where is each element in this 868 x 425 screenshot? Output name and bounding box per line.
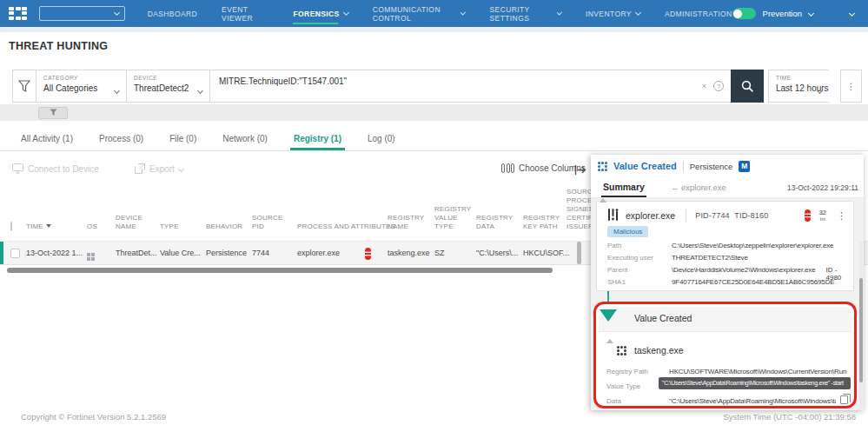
architecture-label: 32bit [819,209,826,222]
collapse-panel-icon[interactable] [574,165,586,175]
saved-filter-button[interactable] [38,107,68,119]
col-type[interactable]: TYPE [160,222,195,231]
data-tooltip: "C:\Users\Steve\AppData\Roaming\Microsof… [659,377,851,389]
filter-more-button[interactable]: ⋮ [840,70,862,103]
col-behavior[interactable]: BEHAVIOR [206,222,249,231]
panel-title: Value Created [613,161,677,171]
cell-time: 13-Oct-2022 1... [26,249,83,257]
tab-log[interactable]: Log (0) [368,134,395,150]
device-label: DEVICE [134,75,202,81]
cell-behavior: Persistence [206,249,247,257]
col-device-name[interactable]: DEVICE NAME [116,214,156,231]
export-icon [135,163,145,174]
classification-label: Persistence [690,162,733,171]
col-os[interactable]: OS [87,222,97,231]
nav-administration[interactable]: ADMINISTRATION [665,0,732,27]
nav-event-viewer[interactable]: EVENT VIEWER [222,0,268,27]
nav-dashboard[interactable]: DASHBOARD [148,0,197,27]
time-range-select[interactable]: TIME Last 12 hours [768,70,829,103]
registry-icon [617,346,626,355]
col-registry-name[interactable]: REGISTRY NAME [388,214,427,231]
tab-registry[interactable]: Registry (1) [294,134,341,150]
nav-security-settings[interactable]: SECURITY SETTINGS [490,0,561,27]
device-select[interactable]: DEVICE ThreatDetect2 [126,70,209,103]
panel-scrollbar[interactable] [859,278,863,382]
detail-row-registry-path: Registry PathHKCU\SOFTWARE\Microsoft\Win… [606,368,849,375]
divider [683,161,684,172]
user-menu-chevron-icon[interactable] [849,10,855,17]
search-icon [741,80,754,93]
registry-entry-row: taskeng.exe [617,345,684,355]
detail-row-user: Executing userTHREATDETECT2\Steve [607,254,848,262]
columns-icon [501,163,514,173]
malicious-pill-icon [365,248,371,260]
process-row: explorer.exe PID-7744 TID-8160 32bit ⋮ [607,209,846,222]
pid-tid: PID-7744 TID-8160 [695,211,768,220]
query-input[interactable]: MITRE.TechniqueID:"T1547.001" [210,70,702,102]
col-process-attributes[interactable]: PROCESS AND ATTRIBUTES [297,222,401,231]
registry-event-icon [598,162,607,171]
horizontal-scrollbar[interactable] [7,268,553,273]
nav-administration-label: ADMINISTRATION [665,10,732,18]
collapse-card-icon[interactable] [600,198,606,203]
process-icon [607,209,619,222]
col-source-pid[interactable]: SOURCE PID [252,214,287,231]
registry-entry-name: taskeng.exe [634,345,684,355]
collapse-card-icon[interactable] [606,339,613,343]
cell-value-type: SZ [434,249,445,257]
filter-funnel-button[interactable] [12,70,36,103]
category-value: All Categories [43,83,119,93]
panel-tab-process-label: explorer.exe [681,183,726,192]
help-icon[interactable]: ? [713,81,724,91]
cell-device: ThreatDet... [116,249,157,257]
copy-icon[interactable] [840,395,848,404]
choose-columns-button[interactable]: Choose Columns [501,163,586,173]
table-vertical-scrollbar[interactable] [577,242,581,264]
funnel-icon [50,109,57,116]
threat-hunting-screen: DASHBOARD EVENT VIEWER FORENSICS COMMUNI… [0,0,868,425]
nav-inventory[interactable]: INVENTORY [586,0,640,27]
event-title: Value Created [634,313,692,323]
event-detail-panel: Value Created Persistence M Summary ↔exp… [591,155,864,410]
kebab-menu-icon[interactable]: ⋮ [837,211,846,220]
process-name: explorer.exe [626,210,675,221]
search-button[interactable] [731,70,764,103]
connect-to-device-label: Connect to Device [28,164,99,174]
col-time[interactable]: TIME [26,222,51,231]
cell-type: Value Cre... [160,249,201,257]
col-registry-data[interactable]: REGISTRY DATA [476,214,514,231]
clear-query-icon[interactable]: × [702,82,706,90]
org-selector[interactable] [39,6,125,21]
select-all-checkbox[interactable] [10,222,12,231]
query-box: MITRE.TechniqueID:"T1547.001" × ? [209,70,731,103]
panel-tab-process[interactable]: ↔explorer.exe [671,183,726,192]
nav-security-settings-label: SECURITY SETTINGS [490,5,553,23]
kebab-icon: ⋮ [847,82,856,91]
main-menu: DASHBOARD EVENT VIEWER FORENSICS COMMUNI… [148,0,732,27]
malicious-badge: Malicious [607,226,648,237]
nav-communication-control[interactable]: COMMUNICATION CONTROL [373,0,466,27]
footer-copyright: Copyright © Fortinet Version 5.2.1.2569 [21,412,166,422]
tab-process[interactable]: Process (0) [99,134,143,150]
nav-dashboard-label: DASHBOARD [148,10,197,18]
connect-to-device-button[interactable]: Connect to Device [12,163,99,174]
col-registry-value-type[interactable]: REGISTRY VALUE TYPE [434,205,471,231]
nav-forensics[interactable]: FORENSICS [293,0,348,27]
category-select[interactable]: CATEGORY All Categories [36,70,126,103]
mode-label: Prevention [763,9,802,18]
tab-file[interactable]: File (0) [169,134,196,150]
saved-filter-strip [0,104,868,121]
chevron-down-icon [343,10,349,16]
tab-all-activity[interactable]: All Activity (1) [21,134,73,150]
panel-tab-summary[interactable]: Summary [603,182,645,192]
top-nav: DASHBOARD EVENT VIEWER FORENSICS COMMUNI… [0,0,868,27]
prevention-toggle[interactable] [732,8,756,19]
col-registry-key-path[interactable]: REGISTRY KEY PATH [523,214,561,231]
highlight-annotation: Value Created taskeng.exe Registry PathH… [593,302,857,408]
tab-network[interactable]: Network (0) [222,134,268,150]
nav-event-viewer-label: EVENT VIEWER [222,5,268,23]
row-checkbox[interactable] [10,249,20,258]
export-button[interactable]: Export [135,163,183,174]
process-arrows-icon: ↔ [671,183,679,192]
chevron-down-icon[interactable] [808,10,814,17]
